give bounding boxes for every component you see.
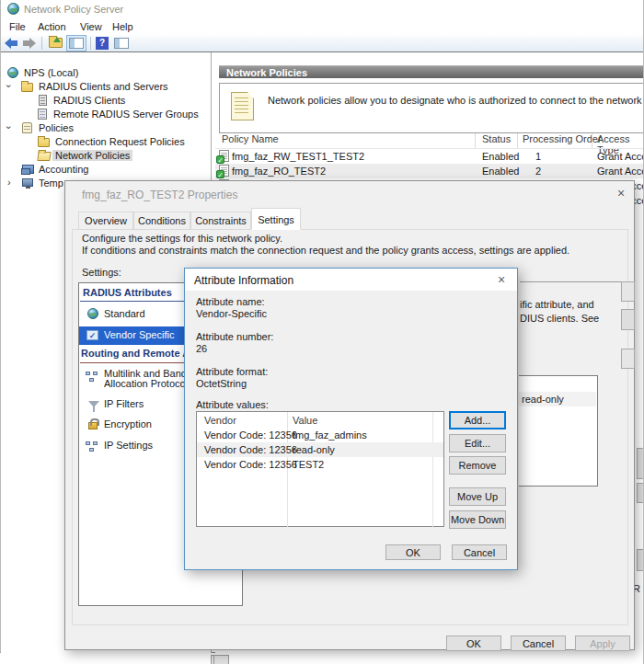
column-vendor[interactable]: Vendor [204, 415, 236, 426]
action-pane-icon[interactable] [114, 38, 129, 49]
attribute-values-list[interactable]: Vendor Value Vendor Code: 12356 fmg_faz_… [196, 411, 444, 527]
folder-open-icon [37, 152, 51, 161]
server-group-icon [38, 109, 47, 120]
column-separator[interactable] [517, 133, 518, 148]
edit-button[interactable]: Edit... [449, 434, 506, 452]
forward-arrow-icon[interactable] [23, 38, 36, 49]
settings-item-label: Vendor Specific [104, 329, 174, 340]
chevron-down-icon[interactable]: › [4, 126, 14, 130]
chevron-right-icon[interactable]: › [7, 177, 11, 188]
tree-item-connection-request-policies[interactable]: Connection Request Policies [1, 135, 211, 149]
tree-label: Accounting [39, 164, 88, 175]
attribute-number-label: Attribute number: [196, 331, 273, 342]
add-button[interactable]: Add... [449, 411, 506, 429]
policy-row-1[interactable]: ✓ fmg_faz_RW_TEST1_TEST2 Enabled 1 Grant… [215, 149, 644, 164]
tree-item-radius-clients-servers[interactable]: › RADIUS Clients and Servers [1, 80, 211, 94]
toolbar-separator2 [90, 37, 91, 50]
policies-scroll-icon [22, 122, 32, 133]
policy-access: Grant Access [597, 151, 644, 162]
policy-enabled-icon: ✓ [219, 150, 229, 162]
tree-item-policies[interactable]: › Policies [1, 121, 211, 135]
attribute-values-label: Attribute values: [196, 399, 269, 410]
accounting-icon [22, 165, 34, 174]
tab-constraints[interactable]: Constraints [190, 212, 251, 230]
attribute-name-value: Vendor-Specific [196, 308, 267, 319]
menu-help[interactable]: Help [112, 21, 133, 32]
folder-icon [21, 83, 33, 92]
tree-item-nps-local[interactable]: NPS (Local) [1, 66, 211, 80]
attr-ok-button[interactable]: OK [385, 544, 441, 560]
move-down-button[interactable]: Move Down [449, 510, 506, 529]
attribute-name-label: Attribute name: [196, 296, 265, 307]
attribute-format-label: Attribute format: [196, 366, 268, 377]
chevron-down-icon[interactable]: › [4, 85, 14, 88]
tab-overview[interactable]: Overview [78, 212, 133, 230]
multilink-icon [86, 372, 98, 383]
section-radius-attributes: RADIUS Attributes [83, 287, 172, 298]
nps-globe-icon [7, 67, 18, 78]
policy-access: Grant Access [597, 166, 644, 177]
move-up-button[interactable]: Move Up [449, 487, 506, 506]
folder-icon [38, 138, 50, 147]
vendor-cell: Vendor Code: 12356 [204, 444, 297, 455]
tree-label-selected: Network Policies [52, 150, 132, 161]
value-row-1[interactable]: Vendor Code: 12356 fmg_faz_admins [197, 428, 443, 442]
properties-dialog-title: fmg_faz_RO_TEST2 Properties [82, 189, 237, 201]
background-list-fragment: read-only [519, 375, 598, 487]
export-list-icon[interactable] [49, 38, 63, 48]
value-row-2-highlighted[interactable]: Vendor Code: 12356 read-only [197, 442, 443, 457]
value-cell: read-only [293, 444, 335, 455]
policy-row-2-selected[interactable]: ✓ fmg_faz_RO_TEST2 Enabled 2 Grant Acces… [215, 164, 644, 178]
menu-action[interactable]: Action [38, 21, 66, 32]
apply-button[interactable]: Apply [575, 635, 630, 651]
column-processing-order[interactable]: Processing Order [523, 133, 602, 148]
ip-filters-funnel-icon [88, 401, 99, 407]
policy-status: Enabled [482, 151, 519, 162]
tree-item-accounting[interactable]: Accounting [1, 163, 211, 177]
menu-view[interactable]: View [80, 21, 102, 32]
settings-item-label: Encryption [104, 418, 152, 429]
tree-label: Policies [39, 122, 74, 133]
tab-settings[interactable]: Settings [251, 208, 301, 230]
column-value[interactable]: Value [293, 415, 317, 426]
back-arrow-icon[interactable] [5, 38, 17, 49]
vendor-specific-checkbox-icon: ✓ [86, 330, 98, 340]
tree-label: RADIUS Clients [53, 95, 125, 106]
groupbox-edge-fragment [520, 281, 621, 282]
attr-cancel-button[interactable]: Cancel [452, 544, 507, 560]
column-separator[interactable] [592, 133, 592, 148]
column-separator[interactable] [475, 133, 476, 148]
cancel-button[interactable]: Cancel [511, 635, 566, 651]
settings-item-label: IP Filters [104, 398, 144, 409]
server-icon [39, 95, 47, 106]
tree-item-network-policies[interactable]: Network Policies [1, 149, 211, 163]
tab-conditions[interactable]: Conditions [133, 212, 190, 230]
attribute-dialog-titlebar: Attribute Information × [185, 269, 517, 291]
tree-item-radius-clients[interactable]: RADIUS Clients [1, 94, 211, 108]
settings-item-label: Standard [104, 308, 145, 319]
column-status[interactable]: Status [482, 133, 511, 148]
clipped-ui-fragment [637, 448, 644, 479]
background-text-fragment: DIUS clients. See [520, 313, 621, 324]
ok-button[interactable]: OK [446, 635, 501, 651]
help-icon[interactable]: ? [96, 37, 109, 50]
remove-button[interactable]: Remove [449, 456, 506, 475]
menu-file[interactable]: File [9, 21, 26, 32]
tree-label: NPS (Local) [24, 67, 78, 78]
console-tree-toggle[interactable] [66, 35, 86, 52]
policies-description: Network policies allow you to designate … [268, 95, 644, 106]
taskbar-peek-fragment [211, 655, 229, 664]
title-bar: Network Policy Server [1, 0, 644, 18]
attribute-number-value: 26 [196, 343, 207, 354]
value-row-3[interactable]: Vendor Code: 12356 TEST2 [197, 457, 443, 472]
policy-enabled-icon: ✓ [219, 165, 229, 177]
templates-icon [22, 178, 33, 187]
clipped-button-fragment [621, 309, 635, 330]
column-access-type[interactable]: Access Type [597, 133, 644, 148]
background-text-fragment: ific attribute, and [520, 299, 621, 310]
close-icon[interactable]: × [498, 273, 505, 286]
column-policy-name[interactable]: Policy Name [222, 133, 279, 148]
tree-item-remote-radius-groups[interactable]: Remote RADIUS Server Groups [1, 108, 211, 121]
close-icon[interactable]: × [617, 187, 625, 200]
tree-label: Remote RADIUS Server Groups [53, 109, 199, 120]
